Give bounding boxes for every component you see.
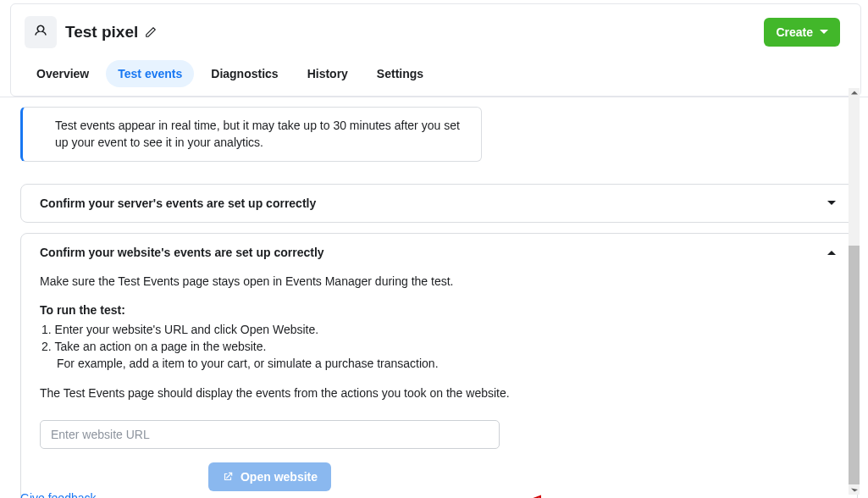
intro-text: Make sure the Test Events page stays ope… — [40, 273, 838, 290]
run-test-label: To run the test: — [40, 302, 838, 318]
info-card: Test events appear in real time, but it … — [20, 107, 482, 162]
chevron-down-icon — [820, 28, 828, 36]
website-events-body: Make sure the Test Events page stays ope… — [40, 273, 838, 491]
tab-history[interactable]: History — [296, 60, 360, 87]
step-2-detail: For example, add a item to your cart, or… — [57, 355, 838, 372]
result-text: The Test Events page should display the … — [40, 385, 838, 401]
tabs: Overview Test events Diagnostics History… — [11, 48, 860, 96]
chevron-down-icon — [825, 196, 838, 210]
create-button[interactable]: Create — [764, 18, 840, 47]
edit-icon[interactable] — [145, 26, 157, 38]
step-2: Take an action on a page in the website. — [41, 338, 838, 355]
test-steps: Enter your website's URL and click Open … — [41, 321, 838, 356]
scroll-up-button[interactable] — [849, 88, 860, 98]
give-feedback-link[interactable]: Give feedback — [20, 491, 97, 498]
info-text: Test events appear in real time, but it … — [55, 118, 467, 151]
header: Test pixel Create — [11, 4, 860, 48]
server-events-title: Confirm your server's events are set up … — [40, 196, 316, 210]
pixel-icon — [33, 24, 48, 42]
scrollbar-thumb[interactable] — [849, 246, 860, 491]
website-events-header[interactable]: Confirm your website's events are set up… — [40, 246, 838, 259]
tab-test-events[interactable]: Test events — [106, 60, 194, 87]
external-link-icon — [222, 471, 234, 483]
chevron-up-icon — [825, 246, 838, 259]
website-url-input[interactable] — [40, 420, 500, 449]
create-button-label: Create — [776, 25, 813, 39]
step-1: Enter your website's URL and click Open … — [41, 321, 838, 338]
tab-diagnostics[interactable]: Diagnostics — [199, 60, 290, 87]
open-website-label: Open website — [240, 470, 318, 484]
server-events-section: Confirm your server's events are set up … — [20, 184, 858, 223]
tab-overview[interactable]: Overview — [25, 60, 101, 87]
server-events-header[interactable]: Confirm your server's events are set up … — [40, 196, 838, 210]
open-website-button[interactable]: Open website — [208, 462, 331, 491]
website-events-title: Confirm your website's events are set up… — [40, 246, 324, 259]
scroll-down-button[interactable] — [849, 484, 860, 495]
page-title: Test pixel — [65, 23, 138, 42]
pixel-logo-box — [25, 16, 57, 48]
website-events-section: Confirm your website's events are set up… — [20, 233, 858, 498]
tab-settings[interactable]: Settings — [365, 60, 435, 87]
